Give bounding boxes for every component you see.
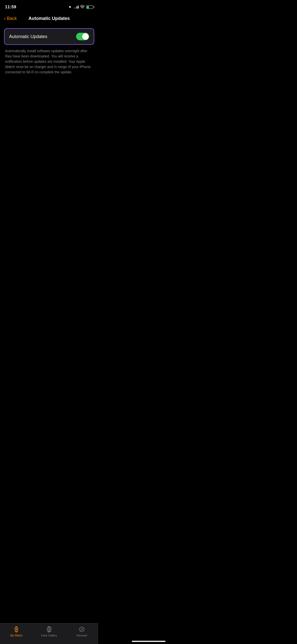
mute-icon bbox=[69, 5, 73, 10]
battery-indicator: 36 bbox=[86, 5, 93, 9]
signal-bars bbox=[74, 6, 79, 9]
automatic-updates-toggle[interactable] bbox=[76, 33, 89, 40]
status-icons: 36 bbox=[69, 5, 93, 10]
automatic-updates-toggle-row[interactable]: Automatic Updates bbox=[4, 28, 94, 45]
page-title: Automatic Updates bbox=[28, 16, 70, 21]
description-text: Automatically install software updates o… bbox=[4, 48, 94, 75]
status-time: 11:59 bbox=[5, 5, 16, 10]
back-button[interactable]: ‹ Back bbox=[3, 15, 19, 22]
status-bar: 11:59 36 bbox=[0, 0, 98, 13]
back-label: Back bbox=[7, 16, 17, 21]
wifi-icon bbox=[80, 5, 85, 9]
battery-level: 36 bbox=[86, 6, 93, 8]
nav-header: ‹ Back Automatic Updates bbox=[0, 13, 98, 25]
back-chevron-icon: ‹ bbox=[4, 15, 6, 21]
toggle-label: Automatic Updates bbox=[9, 34, 47, 39]
svg-point-0 bbox=[82, 8, 83, 8]
toggle-knob bbox=[82, 33, 89, 40]
main-content: Automatic Updates Automatically install … bbox=[0, 25, 98, 75]
